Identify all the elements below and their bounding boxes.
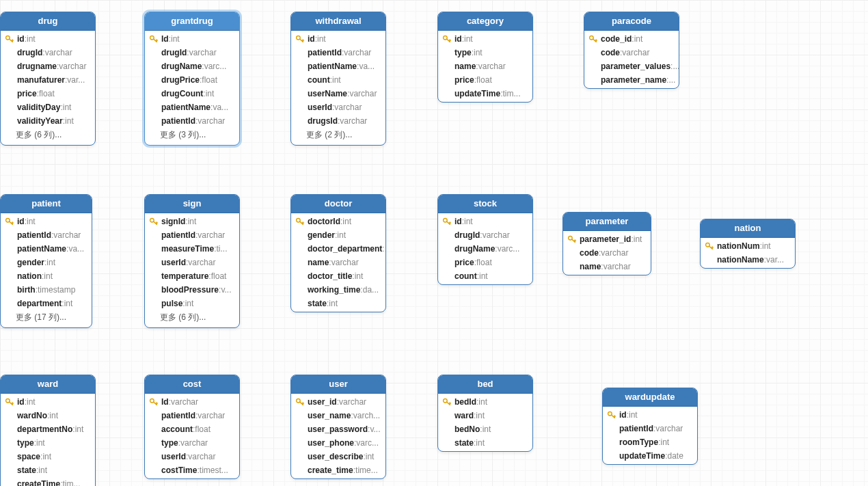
column-row[interactable]: Id: varchar bbox=[145, 395, 239, 409]
column-row[interactable]: drugId: varchar bbox=[438, 228, 532, 242]
table-sign[interactable]: signsignId: intpatientId: varcharmeasure… bbox=[144, 194, 240, 328]
column-row[interactable]: doctor_title: int bbox=[291, 269, 385, 283]
column-row[interactable]: roomType: int bbox=[603, 435, 697, 449]
column-row[interactable]: measureTime: ti... bbox=[145, 242, 239, 256]
column-row[interactable]: count: int bbox=[438, 269, 532, 283]
column-row[interactable]: count: int bbox=[291, 73, 385, 87]
column-row[interactable]: patientName: va... bbox=[145, 100, 239, 114]
column-row[interactable]: birth: timestamp bbox=[1, 283, 92, 297]
column-row[interactable]: patientId: varchar bbox=[603, 422, 697, 435]
table-wardupdate[interactable]: wardupdateid: intpatientId: varcharroomT… bbox=[602, 388, 698, 465]
column-row[interactable]: parameter_name: ... bbox=[584, 73, 679, 87]
table-header[interactable]: patient bbox=[1, 195, 92, 213]
column-row[interactable]: nationNum: int bbox=[701, 239, 795, 253]
column-row[interactable]: user_password: v... bbox=[291, 422, 385, 436]
column-row[interactable]: patientName: va... bbox=[1, 242, 92, 256]
column-row[interactable]: gender: int bbox=[1, 256, 92, 269]
table-header[interactable]: grantdrug bbox=[145, 12, 239, 31]
column-row[interactable]: nationName: var... bbox=[701, 253, 795, 267]
table-header[interactable]: doctor bbox=[291, 195, 385, 213]
table-header[interactable]: paracode bbox=[584, 12, 679, 31]
column-row[interactable]: space: int bbox=[1, 450, 95, 463]
column-row[interactable]: validityDay: int bbox=[1, 100, 95, 114]
column-row[interactable]: costTime: timest... bbox=[145, 463, 239, 477]
column-row[interactable]: user_name: varch... bbox=[291, 409, 385, 422]
table-nation[interactable]: nationnationNum: intnationName: var... bbox=[700, 219, 796, 269]
column-row[interactable]: drugsId: varchar bbox=[291, 114, 385, 128]
column-row[interactable]: name: varchar bbox=[438, 59, 532, 73]
column-row[interactable]: state: int bbox=[291, 297, 385, 310]
column-row[interactable]: manufaturer: var... bbox=[1, 73, 95, 87]
column-row[interactable]: bedId: int bbox=[438, 395, 532, 409]
table-patient[interactable]: patientid: intpatientId: varcharpatientN… bbox=[0, 194, 92, 328]
column-row[interactable]: account: float bbox=[145, 422, 239, 436]
column-row[interactable]: id: int bbox=[438, 215, 532, 228]
column-row[interactable]: user_describe: int bbox=[291, 450, 385, 463]
column-row[interactable]: id: int bbox=[1, 215, 92, 228]
column-row[interactable]: id: int bbox=[438, 32, 532, 46]
column-row[interactable]: id: int bbox=[1, 395, 95, 409]
table-paracode[interactable]: paracodecode_id: intcode: varcharparamet… bbox=[584, 12, 679, 89]
column-row[interactable]: temperature: float bbox=[145, 269, 239, 283]
column-row[interactable]: user_id: varchar bbox=[291, 395, 385, 409]
column-row[interactable]: userId: varchar bbox=[145, 256, 239, 269]
table-grantdrug[interactable]: grantdrugId: intdrugId: varchardrugName:… bbox=[144, 12, 240, 146]
column-row[interactable]: id: int bbox=[1, 32, 95, 46]
table-header[interactable]: category bbox=[438, 12, 532, 31]
column-row[interactable]: code: varchar bbox=[563, 246, 651, 260]
table-header[interactable]: user bbox=[291, 375, 385, 394]
table-user[interactable]: useruser_id: varcharuser_name: varch...u… bbox=[290, 375, 386, 479]
column-row[interactable]: bloodPressure: v... bbox=[145, 283, 239, 297]
column-row[interactable]: id: int bbox=[291, 32, 385, 46]
column-row[interactable]: patientName: va... bbox=[291, 59, 385, 73]
column-row[interactable]: parameter_values: ... bbox=[584, 59, 679, 73]
column-row[interactable]: patientId: varchar bbox=[145, 114, 239, 128]
table-header[interactable]: wardupdate bbox=[603, 388, 697, 407]
column-row[interactable]: nation: int bbox=[1, 269, 92, 283]
column-row[interactable]: wardNo: int bbox=[1, 409, 95, 422]
table-header[interactable]: sign bbox=[145, 195, 239, 213]
column-row[interactable]: patientId: varchar bbox=[291, 46, 385, 59]
column-row[interactable]: bedNo: int bbox=[438, 422, 532, 436]
table-header[interactable]: drug bbox=[1, 12, 95, 31]
table-header[interactable]: nation bbox=[701, 219, 795, 238]
column-row[interactable]: drugId: varchar bbox=[1, 46, 95, 59]
table-withdrawal[interactable]: withdrawalid: intpatientId: varcharpatie… bbox=[290, 12, 386, 146]
table-bed[interactable]: bedbedId: intward: intbedNo: intstate: i… bbox=[437, 375, 533, 452]
column-row[interactable]: state: int bbox=[438, 436, 532, 450]
column-row[interactable]: drugPrice: float bbox=[145, 73, 239, 87]
column-row[interactable]: validityYear: int bbox=[1, 114, 95, 128]
more-columns-indicator[interactable]: 更多 (6 列)... bbox=[1, 128, 95, 144]
table-header[interactable]: cost bbox=[145, 375, 239, 394]
table-header[interactable]: stock bbox=[438, 195, 532, 213]
table-doctor[interactable]: doctordoctorId: intgender: intdoctor_dep… bbox=[290, 194, 386, 312]
table-drug[interactable]: drugid: intdrugId: varchardrugname: varc… bbox=[0, 12, 96, 146]
column-row[interactable]: name: varchar bbox=[291, 256, 385, 269]
column-row[interactable]: id: int bbox=[603, 408, 697, 422]
column-row[interactable]: ward: int bbox=[438, 409, 532, 422]
column-row[interactable]: Id: int bbox=[145, 32, 239, 46]
column-row[interactable]: parameter_id: int bbox=[563, 232, 651, 246]
column-row[interactable]: working_time: da... bbox=[291, 283, 385, 297]
column-row[interactable]: drugCount: int bbox=[145, 87, 239, 100]
column-row[interactable]: create_time: time... bbox=[291, 463, 385, 477]
column-row[interactable]: type: varchar bbox=[145, 436, 239, 450]
table-header[interactable]: bed bbox=[438, 375, 532, 394]
column-row[interactable]: name: varchar bbox=[563, 260, 651, 273]
more-columns-indicator[interactable]: 更多 (3 列)... bbox=[145, 128, 239, 144]
column-row[interactable]: price: float bbox=[1, 87, 95, 100]
column-row[interactable]: doctor_department: : bbox=[291, 242, 385, 256]
table-header[interactable]: ward bbox=[1, 375, 95, 394]
column-row[interactable]: drugName: varc... bbox=[438, 242, 532, 256]
column-row[interactable]: createTime: tim... bbox=[1, 477, 95, 486]
column-row[interactable]: updateTime: date bbox=[603, 449, 697, 463]
column-row[interactable]: user_phone: varc... bbox=[291, 436, 385, 450]
column-row[interactable]: patientId: varchar bbox=[145, 228, 239, 242]
table-stock[interactable]: stockid: intdrugId: varchardrugName: var… bbox=[437, 194, 533, 285]
column-row[interactable]: type: int bbox=[1, 436, 95, 450]
column-row[interactable]: departmentNo: int bbox=[1, 422, 95, 436]
column-row[interactable]: code_id: int bbox=[584, 32, 679, 46]
column-row[interactable]: patientId: varchar bbox=[1, 228, 92, 242]
column-row[interactable]: drugname: varchar bbox=[1, 59, 95, 73]
table-header[interactable]: parameter bbox=[563, 213, 651, 231]
